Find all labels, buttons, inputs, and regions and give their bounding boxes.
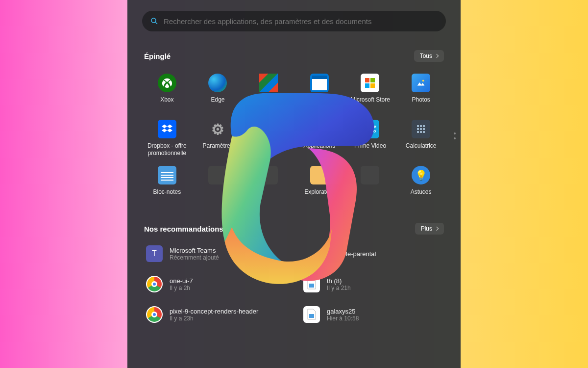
app-tile-explorateur[interactable]: Explorateur: [294, 163, 344, 206]
reco-title: one-ui-7: [170, 277, 193, 285]
app-tile-microsoft-store[interactable]: Microsoft Store: [345, 71, 395, 114]
reco-title: pixel-9-concept-renders-header: [170, 308, 258, 315]
notes-icon: [158, 166, 176, 184]
reco-item-pixel-9-concept-renders-header[interactable]: pixel-9-concept-renders-headerIl y a 23h: [144, 304, 287, 325]
reco-subtitle: Récemment ajouté: [170, 254, 219, 261]
pinned-header: Épinglé Tous: [142, 50, 446, 62]
generic-icon: [361, 166, 379, 184]
more-button[interactable]: Plus: [415, 223, 444, 235]
reco-item-th-8-[interactable]: th (8)Il y a 21h: [301, 274, 444, 294]
app-label: Paramètres: [202, 142, 233, 157]
pinned-grid: XboxEdgeCalendrierMicrosoft StorePhotosD…: [142, 71, 446, 206]
app-tile-photos[interactable]: Photos: [396, 71, 446, 114]
reco-subtitle: Il y a 21h: [327, 285, 351, 291]
app-tile-applications[interactable]: Applications: [294, 117, 344, 160]
app-label: Applications: [303, 142, 335, 157]
search-bar[interactable]: [142, 11, 446, 31]
file-icon: [303, 306, 320, 323]
office-icon: [259, 74, 278, 92]
cal-icon: [310, 74, 329, 92]
svg-line-1: [155, 22, 157, 24]
app-label: Photos: [412, 96, 430, 111]
app-label: Prime Video: [354, 142, 386, 157]
exp-icon: [310, 166, 329, 184]
app-label: Microsoft Store: [350, 96, 390, 111]
app-tile-calendrier[interactable]: Calendrier: [294, 71, 344, 114]
app-tile-edge[interactable]: Edge: [193, 71, 243, 114]
file-icon: [303, 276, 320, 292]
reco-title: Contrôle-parental: [327, 250, 376, 258]
settings-icon: ⚙: [208, 120, 227, 138]
generic-icon: [259, 166, 278, 184]
reco-subtitle: Il y a 2h: [170, 285, 193, 291]
app-label: Edge: [211, 96, 224, 111]
reco-heading: Nos recommandations: [144, 225, 223, 233]
app-tile-bloc-notes[interactable]: Bloc-notes: [142, 163, 192, 206]
reco-item-contr-le-parental[interactable]: Contrôle-parental: [301, 243, 444, 264]
app-label: Bloc-notes: [153, 188, 181, 203]
app-label: Dropbox - offre promotionnelle: [143, 142, 191, 157]
svg-point-2: [422, 80, 424, 82]
app-tile-unknown[interactable]: [345, 163, 395, 206]
edge-icon: [208, 74, 227, 92]
more-label: Plus: [421, 225, 432, 232]
chevron-right-icon: [435, 54, 439, 58]
app-tile-xbox[interactable]: Xbox: [142, 71, 192, 114]
app-tile-unknown[interactable]: [244, 163, 294, 206]
wallpaper-right: [461, 0, 588, 368]
start-menu: Épinglé Tous XboxEdgeCalendrierMicrosoft…: [127, 0, 461, 368]
search-input[interactable]: [164, 17, 438, 26]
parent-icon: [303, 245, 320, 262]
svg-rect-3: [309, 284, 314, 288]
search-icon: [150, 17, 159, 26]
dropbox-icon: [158, 120, 176, 138]
app-tile-dropbox-offre-promotionnelle[interactable]: Dropbox - offre promotionnelle: [142, 117, 192, 160]
reco-title: galaxys25: [327, 308, 359, 315]
app-tile-unknown[interactable]: [193, 163, 243, 206]
tips-icon: 💡: [412, 166, 430, 184]
app-label: Calendrier: [306, 96, 333, 111]
app-label: Xbox: [160, 96, 173, 111]
app-tile-calculatrice[interactable]: Calculatrice: [396, 117, 446, 160]
svg-rect-4: [309, 314, 314, 318]
app-tile-param-tres[interactable]: ⚙Paramètres: [193, 117, 243, 160]
pinned-heading: Épinglé: [144, 52, 171, 60]
prime-icon: prime video: [361, 120, 379, 138]
reco-item-microsoft-teams[interactable]: TMicrosoft TeamsRécemment ajouté: [144, 243, 287, 264]
svg-point-0: [151, 18, 156, 23]
app-label: Explorateur: [304, 188, 334, 203]
app-tile-unknown[interactable]: [244, 71, 294, 114]
app-tile-astuces[interactable]: 💡Astuces: [396, 163, 446, 206]
chrome-icon: [146, 276, 163, 292]
generic-icon: [259, 120, 278, 138]
reco-item-one-ui-7[interactable]: one-ui-7Il y a 2h: [144, 274, 287, 294]
photos-icon: [412, 74, 430, 92]
reco-title: th (8): [327, 277, 351, 285]
app-tile-unknown[interactable]: [244, 117, 294, 160]
reco-title: Microsoft Teams: [170, 247, 219, 254]
chrome-icon: [146, 306, 163, 323]
app-tile-prime-video[interactable]: prime videoPrime Video: [345, 117, 395, 160]
all-apps-button[interactable]: Tous: [414, 50, 444, 62]
reco-item-galaxys25[interactable]: galaxys25Hier à 10:58: [301, 304, 444, 325]
reco-subtitle: Hier à 10:58: [327, 315, 359, 322]
page-indicator[interactable]: [454, 132, 456, 139]
apps-icon: [310, 120, 329, 138]
app-label: Astuces: [411, 188, 432, 203]
store-icon: [361, 74, 379, 92]
reco-list: TMicrosoft TeamsRécemment ajoutéContrôle…: [142, 243, 446, 325]
teams-icon: T: [146, 245, 163, 262]
calc-icon: [412, 120, 430, 138]
wallpaper-left: [0, 0, 127, 368]
generic-icon: [208, 166, 227, 184]
app-label: Calculatrice: [406, 142, 437, 157]
reco-subtitle: Il y a 23h: [170, 315, 258, 322]
all-apps-label: Tous: [420, 53, 432, 59]
reco-header: Nos recommandations Plus: [142, 223, 446, 235]
xbox-icon: [158, 74, 176, 92]
chevron-right-icon: [435, 227, 439, 231]
